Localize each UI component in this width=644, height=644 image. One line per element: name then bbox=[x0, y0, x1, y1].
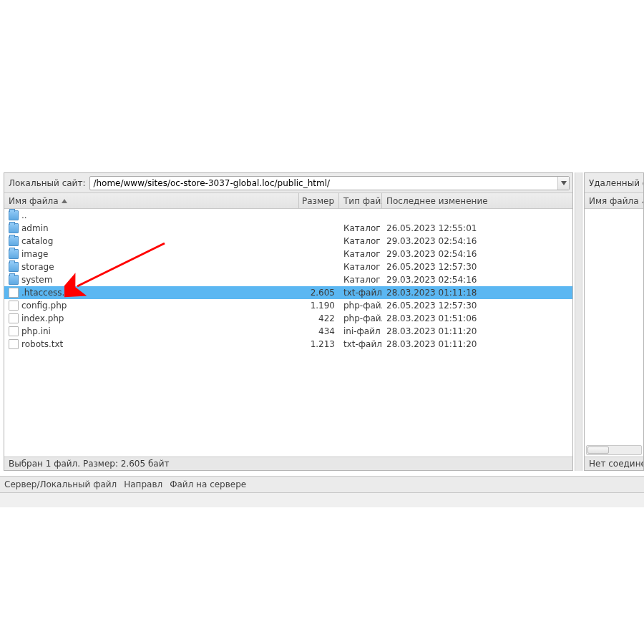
remote-file-list[interactable] bbox=[585, 209, 643, 457]
file-name: config.php bbox=[21, 301, 67, 311]
file-modified: 28.03.2023 01:11:20 bbox=[382, 325, 497, 338]
file-name: php.ini bbox=[21, 326, 51, 336]
file-name: .htaccess.txt bbox=[21, 288, 77, 298]
table-row[interactable]: index.php422php-файл28.03.2023 01:51:06 bbox=[4, 312, 572, 325]
file-type: Каталог bbox=[339, 260, 382, 273]
folder-icon bbox=[9, 210, 19, 220]
file-size: 434 bbox=[299, 325, 339, 338]
table-row[interactable]: .htaccess.txt2.605txt-файл28.03.2023 01:… bbox=[4, 286, 572, 299]
file-type: php-файл bbox=[339, 299, 382, 312]
file-name: storage bbox=[21, 262, 54, 272]
queue-area bbox=[0, 493, 644, 507]
file-type: txt-файл bbox=[339, 338, 382, 351]
file-name: image bbox=[21, 249, 48, 259]
file-type: Каталог bbox=[339, 273, 382, 286]
remote-horizontal-scrollbar[interactable] bbox=[586, 445, 642, 455]
file-size: 1.213 bbox=[299, 338, 339, 351]
table-row[interactable]: .. bbox=[4, 209, 572, 222]
file-modified: 29.03.2023 02:54:16 bbox=[382, 273, 497, 286]
file-name: catalog bbox=[21, 236, 53, 246]
local-panel: Локальный сайт: Имя файла Размер Тип фай… bbox=[4, 172, 573, 471]
folder-icon bbox=[9, 223, 19, 233]
local-file-list[interactable]: ..adminКаталог26.05.2023 12:55:01catalog… bbox=[4, 209, 572, 457]
file-icon bbox=[9, 288, 19, 298]
queue-col-serverfile: Сервер/Локальный файл bbox=[4, 479, 117, 489]
file-size bbox=[299, 222, 339, 235]
remote-header-row[interactable]: Имя файла bbox=[585, 193, 643, 209]
file-icon bbox=[9, 339, 19, 349]
table-row[interactable]: catalogКаталог29.03.2023 02:54:16 bbox=[4, 235, 572, 248]
file-icon bbox=[9, 326, 19, 336]
table-row[interactable]: adminКаталог26.05.2023 12:55:01 bbox=[4, 222, 572, 235]
local-header-row[interactable]: Имя файла Размер Тип файла Последнее изм… bbox=[4, 193, 572, 209]
file-modified bbox=[382, 209, 497, 222]
file-modified: 29.03.2023 02:54:16 bbox=[382, 248, 497, 260]
local-col-size[interactable]: Размер bbox=[299, 193, 339, 208]
file-modified: 28.03.2023 01:51:06 bbox=[382, 312, 497, 325]
local-site-label: Локальный сайт: bbox=[7, 178, 87, 188]
folder-icon bbox=[9, 236, 19, 246]
table-row[interactable]: php.ini434ini-файл28.03.2023 01:11:20 bbox=[4, 325, 572, 338]
file-type: txt-файл bbox=[339, 286, 382, 299]
table-row[interactable]: config.php1.190php-файл26.05.2023 12:57:… bbox=[4, 299, 572, 312]
local-path-dropdown-button[interactable] bbox=[557, 177, 569, 190]
file-name: system bbox=[21, 275, 52, 285]
queue-header[interactable]: Сервер/Локальный файл Направл Файл на се… bbox=[0, 476, 644, 493]
table-row[interactable]: storageКаталог26.05.2023 12:57:30 bbox=[4, 260, 572, 273]
file-type: Каталог bbox=[339, 248, 382, 260]
file-modified: 26.05.2023 12:55:01 bbox=[382, 222, 497, 235]
table-row[interactable]: systemКаталог29.03.2023 02:54:16 bbox=[4, 273, 572, 286]
local-col-modified[interactable]: Последнее изменение bbox=[382, 193, 572, 208]
file-size: 1.190 bbox=[299, 299, 339, 312]
local-status-bar: Выбран 1 файл. Размер: 2.605 байт bbox=[4, 457, 572, 470]
file-size bbox=[299, 235, 339, 248]
remote-col-name[interactable]: Имя файла bbox=[585, 193, 643, 208]
file-type bbox=[339, 209, 382, 222]
local-path-input[interactable] bbox=[90, 178, 557, 188]
file-type: php-файл bbox=[339, 312, 382, 325]
folder-icon bbox=[9, 275, 19, 285]
file-type: Каталог bbox=[339, 222, 382, 235]
file-modified: 26.05.2023 12:57:30 bbox=[382, 299, 497, 312]
remote-panel: Удаленный са Имя файла Нет соединен bbox=[584, 172, 644, 471]
file-type: Каталог bbox=[339, 235, 382, 248]
file-modified: 29.03.2023 02:54:16 bbox=[382, 235, 497, 248]
local-col-type[interactable]: Тип файла bbox=[339, 193, 382, 208]
file-modified: 28.03.2023 01:11:18 bbox=[382, 286, 497, 299]
table-row[interactable]: imageКаталог29.03.2023 02:54:16 bbox=[4, 248, 572, 260]
file-icon bbox=[9, 301, 19, 311]
folder-icon bbox=[9, 262, 19, 272]
file-name: index.php bbox=[21, 313, 64, 323]
file-size bbox=[299, 273, 339, 286]
queue-col-direction: Направл bbox=[124, 479, 162, 489]
local-col-name[interactable]: Имя файла bbox=[4, 193, 299, 208]
file-size bbox=[299, 209, 339, 222]
remote-status-bar: Нет соединен bbox=[585, 457, 643, 470]
file-icon bbox=[9, 313, 19, 323]
file-size: 2.605 bbox=[299, 286, 339, 299]
remote-scrollbar-thumb[interactable] bbox=[587, 447, 609, 454]
queue-col-remotefile: Файл на сервере bbox=[170, 479, 246, 489]
file-size bbox=[299, 248, 339, 260]
blank-top-area bbox=[0, 0, 644, 172]
file-size bbox=[299, 260, 339, 273]
file-name: robots.txt bbox=[21, 339, 63, 349]
remote-site-label: Удаленный са bbox=[587, 178, 644, 188]
file-size: 422 bbox=[299, 312, 339, 325]
chevron-down-icon bbox=[561, 181, 567, 185]
file-name: .. bbox=[21, 210, 27, 220]
file-modified: 28.03.2023 01:11:20 bbox=[382, 338, 497, 351]
folder-icon bbox=[9, 249, 19, 259]
file-type: ini-файл bbox=[339, 325, 382, 338]
file-name: admin bbox=[21, 223, 49, 233]
file-modified: 26.05.2023 12:57:30 bbox=[382, 260, 497, 273]
local-path-combo[interactable] bbox=[89, 176, 570, 190]
panel-splitter[interactable] bbox=[575, 172, 582, 471]
table-row[interactable]: robots.txt1.213txt-файл28.03.2023 01:11:… bbox=[4, 338, 572, 351]
